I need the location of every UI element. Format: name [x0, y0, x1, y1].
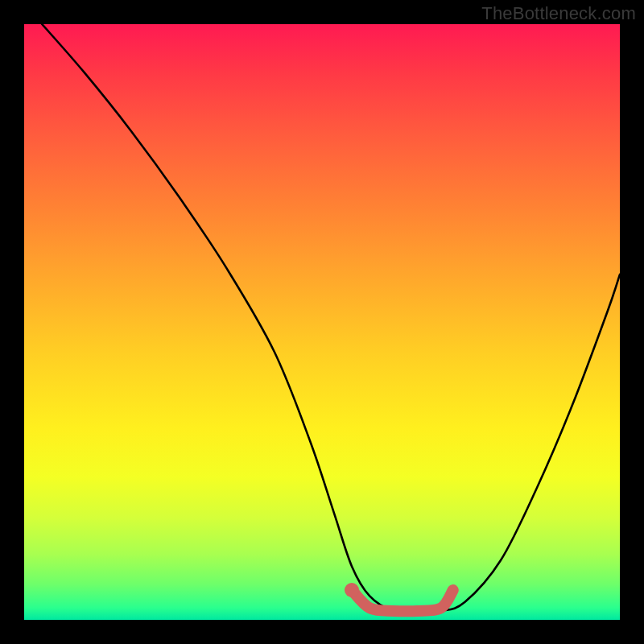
- bottleneck-curve: [42, 24, 620, 612]
- optimal-start-dot: [345, 583, 359, 597]
- chart-svg: [24, 24, 620, 620]
- watermark-text: TheBottleneck.com: [481, 3, 636, 24]
- chart-plot-area: [24, 24, 620, 620]
